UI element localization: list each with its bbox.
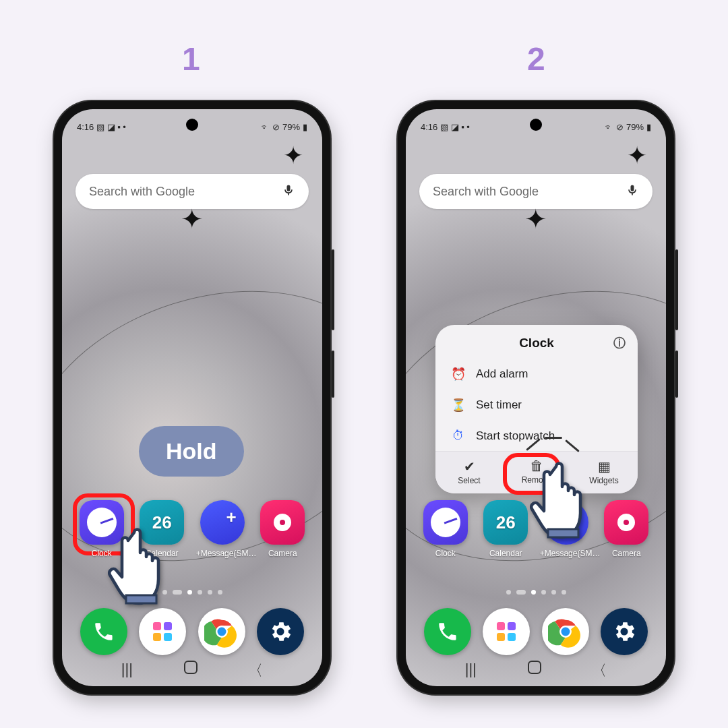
no-sim-icon: ⊘ [272,122,280,132]
app-camera[interactable]: Camera [600,500,653,558]
search-placeholder: Search with Google [433,185,539,199]
dock [62,608,322,655]
wifi-icon: ᯤ [605,122,613,132]
stopwatch-icon: ⏱ [450,429,466,443]
app-calendar[interactable]: 26 Calendar [135,500,188,558]
phone-screen[interactable]: 4:16 ▧ ◪ ▪ • ᯤ ⊘ 79% ▮ ✦ Search with Goo… [406,109,666,686]
dock-settings[interactable] [601,608,648,655]
phone-frame-step2: 4:16 ▧ ◪ ▪ • ᯤ ⊘ 79% ▮ ✦ Search with Goo… [398,101,674,694]
app-camera[interactable]: Camera [256,500,309,558]
menu-start-stopwatch[interactable]: ⏱ Start stopwatch [435,421,638,451]
alarm-icon: ⏰ [450,367,466,382]
app-label: +Message(SM… [540,549,593,558]
page-indicator[interactable] [62,590,322,595]
widgets-icon: ▦ [570,458,638,475]
battery-icon: ▮ [303,122,307,132]
sparkle-icon: ✦ [627,142,647,170]
dock-chrome[interactable] [542,608,589,655]
svg-rect-11 [508,633,516,641]
dock [406,608,666,655]
action-widgets[interactable]: ▦ Widgets [570,452,638,493]
nav-recents-icon[interactable]: ||| [121,661,133,681]
app-message[interactable]: +Message(SM… [540,500,593,558]
mic-icon[interactable] [626,183,639,200]
app-clock[interactable]: Clock [75,500,128,558]
action-select[interactable]: ✔ Select [435,452,503,493]
home-app-row: Clock 26 Calendar +Message(SM… Camera [62,500,322,558]
search-placeholder: Search with Google [89,185,195,199]
nav-back-icon[interactable]: 〈 [592,661,607,681]
dock-apps[interactable] [139,608,186,655]
svg-rect-8 [497,622,505,630]
step-number-1: 1 [182,40,200,78]
app-label: Camera [600,549,653,558]
app-label: Clock [75,549,128,558]
svg-rect-9 [508,622,516,630]
nav-home-icon[interactable] [184,661,198,674]
dock-phone[interactable] [424,608,471,655]
highlight-ring [503,453,561,495]
dock-chrome[interactable] [198,608,245,655]
wifi-icon: ᯤ [261,122,270,132]
menu-add-alarm[interactable]: ⏰ Add alarm [435,359,638,390]
battery-icon: ▮ [646,122,651,132]
app-label: Camera [256,549,309,558]
step-number-2: 2 [527,40,545,78]
status-right: ᯤ ⊘ 79% ▮ [261,122,307,132]
status-time: 4:16 ▧ ◪ ▪ • [421,122,470,132]
svg-rect-2 [153,633,161,641]
status-bar: 4:16 ▧ ◪ ▪ • ᯤ ⊘ 79% ▮ [62,117,322,136]
hold-instruction-pill: Hold [139,426,244,477]
dock-settings[interactable] [257,608,304,655]
nav-bar[interactable]: ||| 〈 [62,661,322,681]
status-bar: 4:16 ▧ ◪ ▪ • ᯤ ⊘ 79% ▮ [406,117,666,136]
nav-bar[interactable]: ||| 〈 [406,661,666,681]
nav-recents-icon[interactable]: ||| [465,661,477,681]
svg-rect-10 [497,633,505,641]
page-indicator[interactable] [406,590,666,595]
menu-set-timer[interactable]: ⏳ Set timer [435,390,638,421]
battery-text: 79% [282,122,300,132]
dock-apps[interactable] [483,608,530,655]
phone-frame-step1: 4:16 ▧ ◪ ▪ • ᯤ ⊘ 79% ▮ ✦ Search with Goo… [54,101,330,694]
app-label: Calendar [479,549,532,558]
app-label: +Message(SM… [196,549,249,558]
app-message[interactable]: +Message(SM… [196,500,249,558]
nav-back-icon[interactable]: 〈 [248,661,263,681]
home-app-row: Clock 26 Calendar +Message(SM… Camera [406,500,666,558]
svg-rect-1 [164,622,172,630]
sparkle-icon: ✦ [181,204,204,235]
app-label: Calendar [135,549,188,558]
status-right: ᯤ ⊘ 79% ▮ [605,122,651,132]
phone-screen[interactable]: 4:16 ▧ ◪ ▪ • ᯤ ⊘ 79% ▮ ✦ Search with Goo… [62,109,322,686]
app-calendar[interactable]: 26 Calendar [479,500,532,558]
battery-text: 79% [626,122,644,132]
svg-rect-3 [164,633,172,641]
status-time: 4:16 ▧ ◪ ▪ • [77,122,126,132]
popup-title: Clock ⓘ [435,325,638,359]
info-icon[interactable]: ⓘ [613,335,626,351]
no-sim-icon: ⊘ [616,122,624,132]
app-clock[interactable]: Clock [419,500,472,558]
check-circle-icon: ✔ [435,458,503,475]
app-label: Clock [419,549,472,558]
hourglass-icon: ⏳ [450,398,466,413]
svg-rect-0 [153,622,161,630]
mic-icon[interactable] [282,183,295,200]
dock-phone[interactable] [80,608,127,655]
sparkle-icon: ✦ [524,204,547,235]
nav-home-icon[interactable] [528,661,541,674]
sparkle-icon: ✦ [283,142,303,170]
